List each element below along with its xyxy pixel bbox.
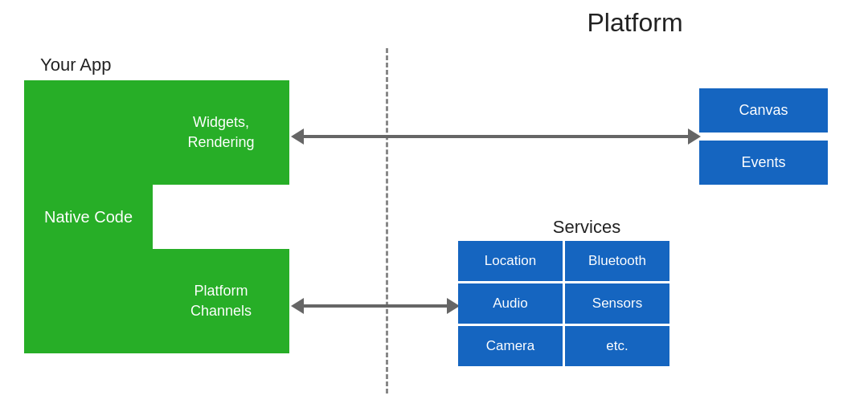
widgets-arrow [291,128,701,145]
arrow-line [304,304,447,308]
services-grid: Location Bluetooth Audio Sensors Camera … [458,241,669,366]
arrow-left-head [291,128,304,145]
arrow-line [304,135,688,138]
dashed-separator-line [386,48,388,393]
channels-arrow [291,298,460,314]
service-cell-camera: Camera [458,326,563,366]
widgets-rendering-block: Widgets,Rendering [153,80,289,185]
your-app-label: Your App [40,55,112,75]
canvas-block: Canvas [699,88,828,133]
diagram-container: Your App Platform Services Native Code W… [0,0,868,420]
native-code-block: Native Code [24,80,153,353]
service-cell-etc: etc. [565,326,669,366]
service-cell-sensors: Sensors [565,283,669,324]
platform-channels-block: PlatformChannels [153,249,289,353]
service-cell-audio: Audio [458,283,563,324]
events-block: Events [699,141,828,185]
services-label: Services [474,217,699,238]
service-cell-location: Location [458,241,563,281]
arrow-left-head [291,298,304,314]
service-cell-bluetooth: Bluetooth [565,241,669,281]
platform-label: Platform [522,8,747,38]
